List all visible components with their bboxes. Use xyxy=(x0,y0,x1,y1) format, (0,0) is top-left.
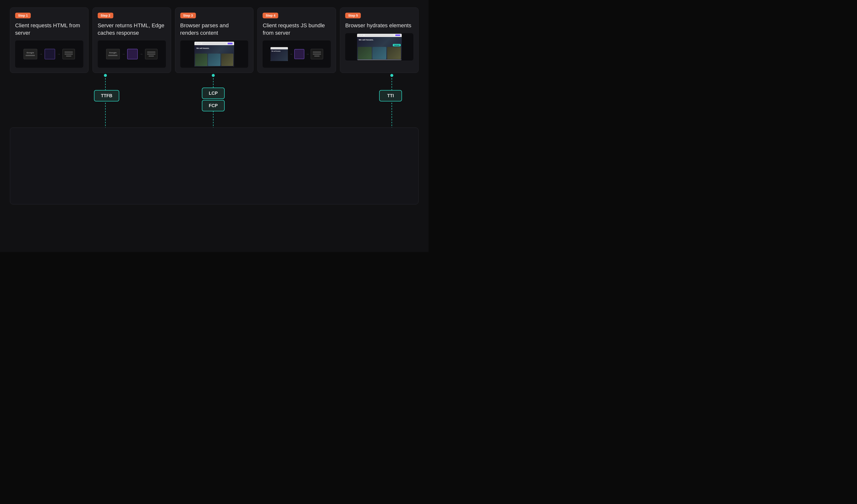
step-badge-2: Step 2 xyxy=(98,13,113,18)
svg-rect-12 xyxy=(94,90,119,101)
server-box-2 xyxy=(145,49,157,59)
server-box-1 xyxy=(63,49,75,59)
step-card-1: Step 1 Client requests HTML from server … xyxy=(10,7,88,73)
browser-mock-5: We sell houses. hydrated xyxy=(357,34,402,60)
google-box-2: Google xyxy=(106,49,120,59)
steps-row: Step 1 Client requests HTML from server … xyxy=(10,7,419,73)
step-badge-3: Step 3 xyxy=(180,13,196,18)
step-card-3: Step 3 Browser parses and renders conten… xyxy=(175,7,254,73)
step-title-1: Client requests HTML from server xyxy=(15,22,83,36)
step4-browser-text: We sell houses. xyxy=(271,50,281,52)
svg-text:FCP: FCP xyxy=(209,103,218,108)
arrow-4: → xyxy=(140,52,143,56)
step-card-5: Step 5 Browser hydrates elements We sell… xyxy=(340,7,419,73)
step-card-2: Step 2 Server returns HTML, Edge caches … xyxy=(93,7,171,73)
step-badge-4: Step 4 xyxy=(263,13,278,18)
step-illustration-5: We sell houses. hydrated xyxy=(345,33,414,61)
svg-text:TTFB: TTFB xyxy=(101,93,112,98)
svg-text:TTI: TTI xyxy=(387,93,394,98)
step-illustration-2: Google → → xyxy=(98,40,166,68)
edge-box-2 xyxy=(127,49,138,59)
arrow-2: → xyxy=(57,52,61,56)
main-container: Step 1 Client requests HTML from server … xyxy=(0,0,428,252)
svg-text:LCP: LCP xyxy=(209,91,218,96)
edge-box-4 xyxy=(295,49,304,59)
step-card-4: Step 4 Client requests JS bundle from se… xyxy=(257,7,336,73)
step-illustration-4: We sell houses. → → xyxy=(263,40,331,68)
svg-rect-14 xyxy=(202,88,224,99)
arrow-3: → xyxy=(122,52,125,56)
step-badge-5: Step 5 xyxy=(345,13,361,18)
svg-point-9 xyxy=(390,74,393,77)
step-title-3: Browser parses and renders content xyxy=(180,22,249,36)
server-box-4 xyxy=(311,49,323,59)
step-illustration-1: Google → → xyxy=(15,40,83,68)
arrow-1: → xyxy=(39,52,43,56)
edge-box-1 xyxy=(45,49,55,59)
svg-point-5 xyxy=(212,74,215,77)
browser-house-text-3: We sell houses. xyxy=(197,47,209,49)
arrow-6: → xyxy=(306,52,309,56)
browser-mock-3: We sell houses. xyxy=(195,42,234,66)
browser-house-text-5: We sell houses. xyxy=(359,39,374,41)
svg-point-1 xyxy=(104,74,107,77)
step-title-5: Browser hydrates elements xyxy=(345,22,414,29)
google-box-1: Google xyxy=(23,49,37,59)
step-title-4: Client requests JS bundle from server xyxy=(263,22,331,36)
svg-rect-18 xyxy=(380,90,402,101)
step-badge-1: Step 1 xyxy=(15,13,31,18)
step-title-2: Server returns HTML, Edge caches respons… xyxy=(98,22,166,36)
timeline-bg xyxy=(10,128,419,204)
arrow-5: → xyxy=(289,52,293,56)
svg-rect-16 xyxy=(202,100,224,111)
step-illustration-3: We sell houses. xyxy=(180,40,249,68)
